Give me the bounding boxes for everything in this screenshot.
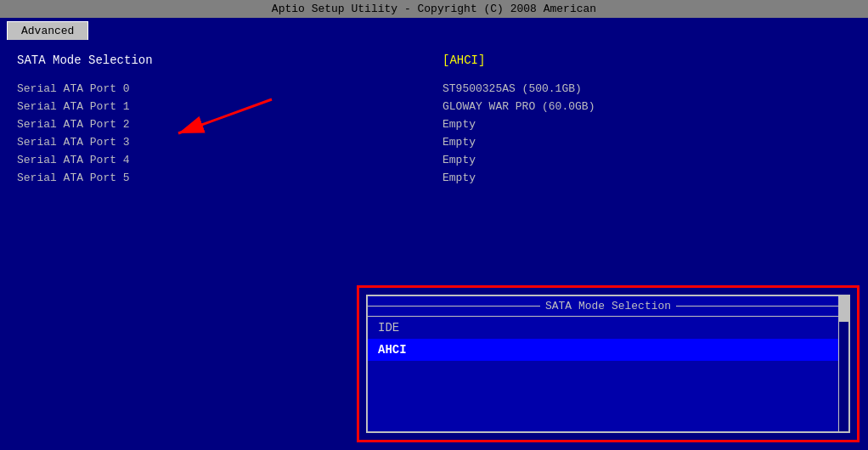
- tab-advanced[interactable]: Advanced: [7, 21, 88, 40]
- port-0-label: Serial ATA Port 0: [17, 82, 417, 95]
- content-grid: SATA Mode Selection Serial ATA Port 0 Se…: [17, 53, 851, 189]
- sata-mode-label: SATA Mode Selection: [17, 53, 417, 67]
- port-3-value: Empty: [442, 136, 851, 149]
- dropdown-item-ahci[interactable]: AHCI: [368, 339, 848, 361]
- left-column: SATA Mode Selection Serial ATA Port 0 Se…: [17, 53, 434, 189]
- top-bar-title: Aptio Setup Utility - Copyright (C) 2008…: [272, 3, 596, 15]
- dropdown-popup: SATA Mode Selection IDE AHCI: [366, 295, 850, 433]
- port-5-value: Empty: [442, 172, 851, 184]
- dropdown-item-ide[interactable]: IDE: [368, 317, 848, 339]
- port-1-label: Serial ATA Port 1: [17, 100, 417, 113]
- dropdown-title: SATA Mode Selection: [368, 296, 848, 317]
- main-content: SATA Mode Selection Serial ATA Port 0 Se…: [0, 40, 868, 450]
- port-2-label: Serial ATA Port 2: [17, 118, 417, 131]
- sata-mode-value: [AHCI]: [442, 53, 851, 67]
- port-5-label: Serial ATA Port 5: [17, 172, 417, 184]
- right-column: [AHCI] ST9500325AS (500.1GB) GLOWAY WAR …: [434, 53, 851, 189]
- port-2-value: Empty: [442, 118, 851, 131]
- dropdown-container: SATA Mode Selection IDE AHCI: [357, 285, 860, 442]
- port-4-label: Serial ATA Port 4: [17, 154, 417, 166]
- port-1-value: GLOWAY WAR PRO (60.0GB): [442, 100, 851, 113]
- port-4-value: Empty: [442, 154, 851, 166]
- top-bar: Aptio Setup Utility - Copyright (C) 2008…: [0, 0, 868, 18]
- port-0-value: ST9500325AS (500.1GB): [442, 82, 851, 95]
- scrollbar[interactable]: [838, 296, 848, 431]
- tab-row: Advanced: [0, 18, 868, 40]
- port-3-label: Serial ATA Port 3: [17, 136, 417, 149]
- scrollbar-thumb[interactable]: [839, 296, 849, 322]
